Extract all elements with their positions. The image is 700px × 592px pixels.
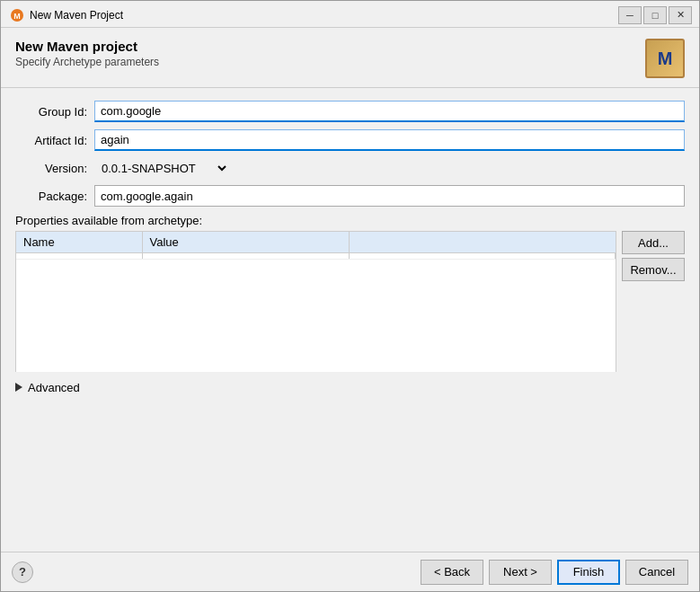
next-button[interactable]: Next >: [489, 560, 552, 585]
remove-property-button[interactable]: Remov...: [622, 258, 685, 281]
maximize-button[interactable]: □: [643, 6, 667, 24]
title-bar: M New Maven Project ─ □ ✕: [1, 1, 699, 28]
advanced-label: Advanced: [28, 381, 80, 394]
svg-text:M: M: [13, 12, 21, 21]
finish-button[interactable]: Finish: [557, 560, 620, 585]
bottom-left: ?: [12, 561, 33, 583]
col-extra-header: [349, 232, 616, 253]
properties-label: Properties available from archetype:: [15, 214, 685, 227]
title-bar-buttons: ─ □ ✕: [618, 6, 692, 24]
form-area: Group Id: Artifact Id: Version: 0.0.1-SN…: [1, 88, 699, 207]
header-area: New Maven project Specify Archetype para…: [1, 28, 699, 88]
table-cell-name: [16, 253, 142, 260]
window-title: New Maven Project: [30, 9, 123, 22]
table-row: [16, 253, 616, 260]
table-cell-extra: [349, 253, 616, 260]
col-name-header: Name: [16, 232, 142, 253]
properties-container: Name Value: [15, 231, 685, 372]
minimize-button[interactable]: ─: [618, 6, 642, 24]
maven-logo: M: [645, 39, 685, 78]
table-cell-value: [142, 253, 349, 260]
version-row: Version: 0.0.1-SNAPSHOT: [15, 158, 685, 178]
artifact-id-label: Artifact Id:: [15, 134, 87, 147]
properties-table-wrapper: Name Value: [15, 231, 616, 372]
dialog-title: New Maven project: [15, 39, 159, 54]
title-bar-left: M New Maven Project: [10, 8, 123, 22]
group-id-input[interactable]: [94, 101, 685, 122]
group-id-row: Group Id:: [15, 101, 685, 122]
properties-buttons: Add... Remov...: [622, 231, 685, 372]
cancel-button[interactable]: Cancel: [625, 560, 688, 585]
maven-title-icon: M: [10, 8, 24, 22]
advanced-toggle[interactable]: Advanced: [15, 381, 685, 394]
add-property-button[interactable]: Add...: [622, 231, 685, 254]
bottom-bar: ? < Back Next > Finish Cancel: [1, 552, 699, 591]
help-button[interactable]: ?: [12, 561, 33, 583]
artifact-id-row: Artifact Id:: [15, 129, 685, 151]
dialog-content: New Maven project Specify Archetype para…: [1, 28, 699, 591]
properties-table: Name Value: [16, 232, 616, 260]
close-button[interactable]: ✕: [669, 6, 692, 24]
header-text: New Maven project Specify Archetype para…: [15, 39, 159, 68]
col-value-header: Value: [142, 232, 349, 253]
package-row: Package:: [15, 185, 685, 207]
properties-section: Properties available from archetype: Nam…: [1, 207, 699, 372]
advanced-section: Advanced: [1, 372, 699, 394]
advanced-collapse-icon: [15, 383, 22, 392]
version-select[interactable]: 0.0.1-SNAPSHOT: [94, 158, 229, 178]
version-label: Version:: [15, 162, 87, 175]
artifact-id-input[interactable]: [94, 129, 685, 151]
spacer: [1, 394, 699, 552]
bottom-right: < Back Next > Finish Cancel: [421, 560, 688, 585]
package-input[interactable]: [94, 185, 685, 207]
back-button[interactable]: < Back: [421, 560, 483, 585]
main-window: M New Maven Project ─ □ ✕ New Maven proj…: [0, 0, 700, 592]
package-label: Package:: [15, 190, 87, 203]
dialog-subtitle: Specify Archetype parameters: [15, 56, 159, 68]
group-id-label: Group Id:: [15, 105, 87, 119]
